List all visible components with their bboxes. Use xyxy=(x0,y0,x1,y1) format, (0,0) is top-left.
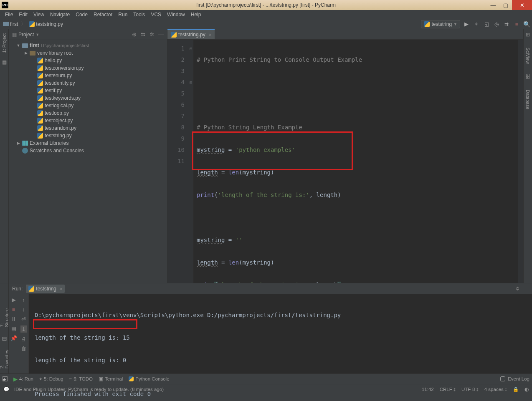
tree-file[interactable]: testidentity.py xyxy=(9,79,167,87)
code-comment: # Python String Length Example xyxy=(197,124,302,131)
stop-button[interactable]: ■ xyxy=(513,20,520,28)
tree-file[interactable]: testloop.py xyxy=(9,109,167,117)
run-tool-window: 7: Structure ▤ 2: Favorites ★ Run: tests… xyxy=(0,283,532,373)
profile-button[interactable]: ◷ xyxy=(493,20,500,28)
down-button[interactable]: ↓ xyxy=(22,306,25,313)
scroll-button[interactable]: ⤓ xyxy=(20,325,27,333)
pin-button[interactable]: 📌 xyxy=(10,335,17,341)
menu-run[interactable]: Run xyxy=(116,11,130,18)
breadcrumb-file[interactable]: teststring.py xyxy=(28,20,64,28)
minimize-button[interactable]: — xyxy=(487,0,499,10)
menu-window[interactable]: Window xyxy=(165,11,187,18)
editor: teststring.py × 1234 5678 91011 ⊟⊟ # Pyt… xyxy=(167,29,523,283)
panel-title: Project xyxy=(18,32,34,38)
menu-refactor[interactable]: Refactor xyxy=(91,11,115,18)
tree-file[interactable]: testobject.py xyxy=(9,117,167,124)
project-tree[interactable]: ▼ first D:\pycharmprojects\first ▶ venv … xyxy=(9,40,167,156)
editor-tab-label: teststring.py xyxy=(178,32,205,38)
run-tool-button[interactable]: ▶4: Run xyxy=(13,376,33,382)
maximize-button[interactable]: ▢ xyxy=(499,0,512,10)
tree-file[interactable]: testkeywords.py xyxy=(9,94,167,102)
view-dropdown-icon[interactable]: ▼ xyxy=(35,33,39,37)
window-title: first [D:\pycharmprojects\first] - ...\t… xyxy=(196,2,336,8)
database-tool-button[interactable]: Database xyxy=(525,88,530,111)
up-button[interactable]: ↑ xyxy=(22,297,25,303)
menu-file[interactable]: File xyxy=(3,11,15,18)
run-tab[interactable]: teststring × xyxy=(26,285,65,293)
tree-file-label: testkeywords.py xyxy=(45,95,81,101)
rerun-button[interactable]: ▶ xyxy=(12,297,16,303)
run-settings-button[interactable]: ✲ xyxy=(515,286,519,292)
code-op: = xyxy=(218,259,228,266)
menu-edit[interactable]: Edit xyxy=(16,11,30,18)
debug-button[interactable]: ⌖ xyxy=(473,20,480,28)
code-string: 'python examples' xyxy=(236,146,295,153)
breadcrumb-root[interactable]: first xyxy=(2,20,19,28)
hide-button[interactable]: — xyxy=(158,31,164,38)
wrap-button[interactable]: ⏎ xyxy=(21,316,26,322)
settings-button[interactable]: ✲ xyxy=(149,31,154,38)
code-builtin: print xyxy=(197,192,214,198)
tree-scratches[interactable]: Scratches and Consoles xyxy=(9,147,167,154)
tree-file[interactable]: testenum.py xyxy=(9,72,167,79)
clear-button[interactable]: 🗑 xyxy=(21,346,26,352)
print-button[interactable]: 🖨 xyxy=(21,336,26,342)
structure-tool-button[interactable]: 7: Structure xyxy=(0,308,9,327)
close-tab-button[interactable]: × xyxy=(209,32,211,37)
menu-tools[interactable]: Tools xyxy=(131,11,147,18)
python-file-icon xyxy=(424,21,430,27)
run-configuration-selector[interactable]: teststring ▼ xyxy=(421,20,460,28)
python-file-icon xyxy=(37,125,43,131)
menu-vcs[interactable]: VCS xyxy=(148,11,164,18)
tree-root[interactable]: ▼ first D:\pycharmprojects\first xyxy=(9,42,167,49)
close-button[interactable]: ✕ xyxy=(512,0,532,10)
menu-view[interactable]: View xyxy=(31,11,47,18)
run-label: Run: xyxy=(12,286,23,292)
structure-icon: ▤ xyxy=(2,335,7,341)
tree-file[interactable]: testconversion.py xyxy=(9,64,167,72)
favorites-tool-button[interactable]: 2: Favorites xyxy=(0,350,9,368)
sciview-tool-button[interactable]: SciView xyxy=(525,46,530,66)
close-tab-button[interactable]: × xyxy=(60,286,62,291)
menu-navigate[interactable]: Navigate xyxy=(48,11,72,18)
python-file-icon xyxy=(37,103,43,108)
python-file-icon xyxy=(171,32,177,38)
code-arg: mystring xyxy=(243,169,271,176)
event-log-icon[interactable] xyxy=(500,376,505,381)
status-icon[interactable]: 💬 xyxy=(3,386,9,392)
stop-button[interactable]: ■ xyxy=(12,306,15,313)
console-output[interactable]: D:\pycharmprojects\first\venv\Scripts\py… xyxy=(29,294,532,373)
menu-help[interactable]: Help xyxy=(188,11,204,18)
collapse-button[interactable]: ⇆ xyxy=(141,31,145,38)
hide-button[interactable]: — xyxy=(524,286,529,292)
code-ident: mystring xyxy=(197,146,225,153)
layout-button[interactable]: ▤ xyxy=(11,325,16,332)
tree-external-label: External Libraries xyxy=(30,140,68,146)
search-everywhere-button[interactable]: 🔍 xyxy=(523,20,530,28)
tree-file-label: testobject.py xyxy=(45,118,73,124)
tree-file[interactable]: testlogical.py xyxy=(9,102,167,109)
folder-icon xyxy=(3,22,9,26)
pause-button[interactable]: ⏸ xyxy=(11,316,16,322)
menu-code[interactable]: Code xyxy=(73,11,90,18)
concurrency-button[interactable]: ⇉ xyxy=(503,20,510,28)
python-file-icon xyxy=(37,110,43,116)
tree-external-libs[interactable]: ▶ External Libraries xyxy=(9,139,167,147)
tree-file[interactable]: teststring.py xyxy=(9,132,167,139)
locate-button[interactable]: ⊕ xyxy=(132,31,137,38)
project-tool-window: ▦ Project ▼ ⊕ ⇆ ✲ — ▼ first D:\pycharmpr… xyxy=(9,29,167,283)
tree-file[interactable]: hello.py xyxy=(9,57,167,64)
dropdown-icon: ▼ xyxy=(453,22,457,26)
run-tab-label: teststring xyxy=(36,286,56,292)
tree-venv-label: venv library root xyxy=(37,50,73,56)
coverage-button[interactable]: ◱ xyxy=(483,20,490,28)
tree-file[interactable]: testif.py xyxy=(9,87,167,94)
tree-venv[interactable]: ▶ venv library root xyxy=(9,49,167,57)
code-arg: mystring xyxy=(243,259,271,266)
run-button[interactable]: ▶ xyxy=(463,20,470,28)
editor-tab[interactable]: teststring.py × xyxy=(167,29,215,39)
tree-file[interactable]: testrandom.py xyxy=(9,124,167,132)
rail-icon: ▦ xyxy=(2,59,7,65)
menu-bar: File Edit View Navigate Code Refactor Ru… xyxy=(0,10,532,19)
project-tool-button[interactable]: 1: Project xyxy=(2,32,7,54)
